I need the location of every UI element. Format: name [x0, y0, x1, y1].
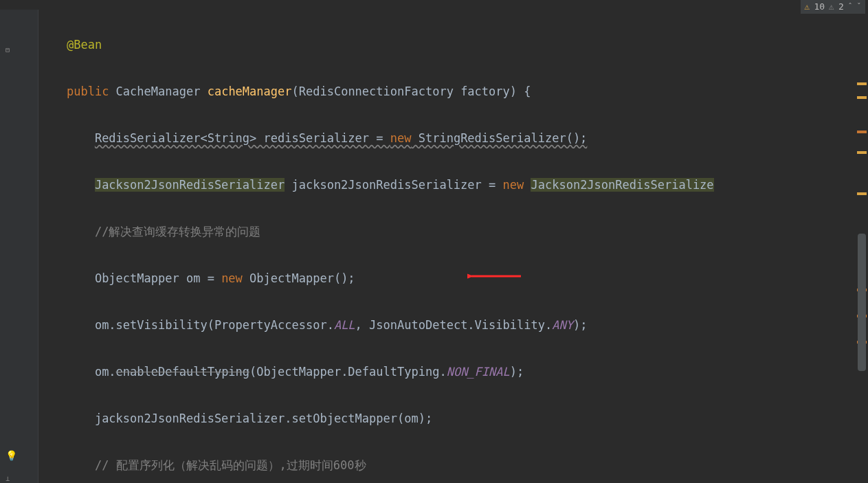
- scroll-mark[interactable]: [857, 131, 867, 133]
- code-line: @Bean: [38, 33, 856, 56]
- code-line: public CacheManager cacheManager(RedisCo…: [38, 80, 856, 103]
- scroll-thumb[interactable]: [858, 234, 866, 371]
- scroll-mark[interactable]: [857, 82, 867, 85]
- intention-bulb-icon[interactable]: 💡: [5, 444, 17, 467]
- code-editor[interactable]: @Bean public CacheManager cacheManager(R…: [38, 10, 856, 483]
- code-line: RedisSerializer<String> redisSerializer …: [38, 126, 856, 150]
- code-line: om.enableDefaultTyping(ObjectMapper.Defa…: [38, 360, 856, 383]
- scrollbar[interactable]: [856, 14, 868, 483]
- code-line: om.setVisibility(PropertyAccessor.ALL, J…: [38, 313, 856, 337]
- code-line: ObjectMapper om = new ObjectMapper();: [38, 267, 856, 290]
- code-line: jackson2JsonRedisSerializer.setObjectMap…: [38, 407, 856, 430]
- scroll-mark[interactable]: [857, 192, 867, 195]
- fold-toggle-icon[interactable]: ⊟: [3, 45, 12, 55]
- scroll-mark[interactable]: [857, 151, 867, 154]
- scroll-mark[interactable]: [857, 96, 867, 99]
- fold-end-icon[interactable]: ⊥: [3, 474, 12, 483]
- code-line: // 配置序列化（解决乱码的问题）,过期时间600秒: [38, 453, 856, 477]
- code-line: //解决查询缓存转换异常的问题: [38, 220, 856, 243]
- gutter: ⊟ ⊥ 💡: [0, 10, 38, 483]
- code-line: Jackson2JsonRedisSerializer jackson2Json…: [38, 173, 856, 196]
